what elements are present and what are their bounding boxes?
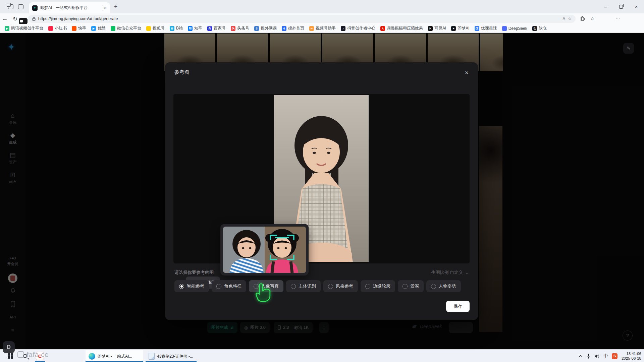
bookmark-label: DeepSeek (508, 26, 527, 31)
bookmark-favicon: 6 (282, 26, 286, 31)
bookmark-label: 百家号 (214, 25, 226, 31)
tray-chevron-icon[interactable] (579, 355, 583, 357)
bookmark-item[interactable]: 6搜外首页 (282, 25, 304, 31)
bookmark-favicon (502, 26, 507, 31)
system-tray: 中 S 13:41:06 2025-06-18 (579, 350, 641, 362)
favorite-star-icon[interactable]: ☆ (568, 16, 572, 21)
bookmark-label: 优课星球 (481, 25, 497, 31)
bookmark-label: 腾讯视频创作平台 (11, 25, 43, 31)
bookmark-item[interactable]: 仓软仓 (532, 25, 547, 31)
window-minimize-button[interactable]: – (598, 0, 613, 13)
bookmark-label: B站 (176, 25, 183, 31)
tab-favicon: ✦ (32, 5, 38, 11)
edge-icon (89, 353, 95, 360)
bookmark-item[interactable]: 头头条号 (231, 25, 249, 31)
read-aloud-icon[interactable]: A (562, 16, 565, 21)
speaker-icon[interactable] (594, 354, 599, 358)
bookmark-favicon: 头 (231, 26, 235, 31)
bookmarks-bar: ▶腾讯视频创作平台 小红书 快手 ▶优酷 微信公众平台 搜狐号 BB站 知知乎 … (0, 24, 644, 33)
bookmark-item[interactable]: 微信公众平台 (111, 25, 141, 31)
new-tab-button[interactable]: + (114, 3, 118, 10)
bookmark-favicon: K (428, 26, 433, 31)
bookmark-favicon (146, 26, 151, 31)
radio-icon (291, 284, 296, 289)
modal-close-icon[interactable]: × (464, 68, 470, 78)
option-smart-reference[interactable]: 智能参考 (174, 280, 209, 292)
bookmark-favicon (72, 26, 76, 31)
bookmark-favicon: 百 (207, 26, 212, 31)
save-button[interactable]: 保存 (446, 301, 470, 312)
copilot-sidebar-icon[interactable] (19, 18, 28, 24)
bookmark-label: 知乎 (194, 25, 202, 31)
input-method-icon[interactable]: 中 (603, 353, 608, 359)
tab-close-icon[interactable]: × (103, 5, 107, 11)
bookmark-label: 调整振幅和压缩效果 (387, 25, 423, 31)
bookmark-label: 头条号 (237, 25, 249, 31)
bookmark-item[interactable]: A调整振幅和压缩效果 (380, 25, 423, 31)
bookmark-label: 软仓 (539, 25, 547, 31)
more-menu-icon[interactable]: … (612, 15, 623, 20)
bookmark-favicon (48, 26, 53, 31)
taskbar-clock[interactable]: 13:41:06 2025-06-18 (622, 351, 641, 361)
browser-tab[interactable]: ✦ 即梦AI - 一站式AI创作平台 × (29, 2, 110, 13)
sogou-tray-icon[interactable]: S (612, 353, 618, 359)
bookmark-item[interactable]: ♪抖音创作者中心 (341, 25, 375, 31)
bookmark-item[interactable]: 百百家号 (207, 25, 226, 31)
bookmark-label: 即梦AI (458, 25, 469, 31)
lock-icon (32, 17, 36, 21)
bookmark-label: 优酷 (98, 25, 106, 31)
workspaces-icon[interactable] (8, 4, 13, 9)
bookmark-item[interactable]: ∞视频号助手 (309, 25, 336, 31)
bookmark-favicon: ♪ (341, 26, 345, 31)
extensions-icon[interactable] (580, 16, 585, 22)
window-controls: – × (598, 0, 644, 13)
option-depth[interactable]: 景深 (398, 280, 424, 292)
url-text[interactable]: https://jimeng.jianying.com/ai-tool/gene… (38, 16, 560, 21)
option-pose[interactable]: 人物姿势 (426, 280, 461, 292)
ratio-selector[interactable]: 生图比例 自定义 ⌄ (431, 269, 469, 276)
bookmark-item[interactable]: ▶腾讯视频创作平台 (5, 25, 43, 31)
microphone-icon[interactable] (587, 354, 590, 359)
bookmark-favicon: ▶ (5, 26, 9, 31)
option-subject-recognition[interactable]: 主体识别 (286, 280, 321, 292)
back-icon[interactable]: ← (0, 15, 10, 22)
bookmark-label: 快手 (78, 25, 86, 31)
bookmark-label: 可灵AI (434, 25, 446, 31)
bookmark-label: 视频号助手 (316, 25, 336, 31)
tab-actions-icon[interactable] (18, 4, 23, 9)
taskbar-window-doc[interactable]: 43案例23-证件照 -... (146, 350, 197, 362)
bookmark-item[interactable]: ▶优酷 (91, 25, 106, 31)
watermark-text: fafa.cc (17, 351, 48, 359)
bookmark-item[interactable]: 小红书 (48, 25, 67, 31)
bookmark-item[interactable]: K可灵AI (428, 25, 446, 31)
clock-date: 2025-06-18 (622, 356, 641, 360)
bookmark-item[interactable]: 优优课星球 (475, 25, 497, 31)
bookmark-item[interactable]: S搜外网课 (254, 25, 277, 31)
tab-title: 即梦AI - 一站式AI创作平台 (40, 5, 100, 11)
option-style-reference[interactable]: 风格参考 (323, 280, 358, 292)
watermark-square-icon (17, 351, 24, 358)
taskbar-window-edge[interactable]: 即梦AI - 一站式AI... (86, 350, 143, 362)
bookmark-item[interactable]: BB站 (170, 25, 183, 31)
bookmark-item[interactable]: 快手 (72, 25, 86, 31)
option-edge-contour[interactable]: 边缘轮廓 (361, 280, 395, 292)
bookmark-label: 搜外网课 (261, 25, 277, 31)
bookmark-item[interactable]: ✦即梦AI (451, 25, 469, 31)
bookmark-item[interactable]: 搜狐号 (146, 25, 165, 31)
windows-taskbar: C 即梦AI - 一站式AI... 43案例23-证件照 -... 中 S 13… (0, 349, 644, 362)
browser-toolbar: ← ↻ https://jimeng.jianying.com/ai-tool/… (0, 13, 644, 24)
window-close-button[interactable]: × (629, 0, 644, 13)
bookmark-label: 小红书 (55, 25, 67, 31)
radio-icon (216, 284, 221, 289)
bookmark-item[interactable]: DeepSeek (502, 26, 527, 31)
modal-title: 参考图 (174, 69, 190, 75)
window-restore-button[interactable] (613, 0, 629, 13)
reference-type-options: 智能参考 角色特征 人像写真 主体识别 风格参考 边缘轮廓 景深 人物姿势 (174, 280, 461, 292)
bookmark-label: 抖音创作者中心 (347, 25, 375, 31)
bookmark-item[interactable]: 知知乎 (188, 25, 202, 31)
bookmark-favicon: B (170, 26, 174, 31)
option-character-feature[interactable]: 角色特征 (212, 280, 246, 292)
hand-cursor-icon (255, 281, 271, 302)
favorites-icon[interactable]: ☆ (587, 16, 598, 21)
url-bar[interactable]: https://jimeng.jianying.com/ai-tool/gene… (28, 15, 576, 23)
